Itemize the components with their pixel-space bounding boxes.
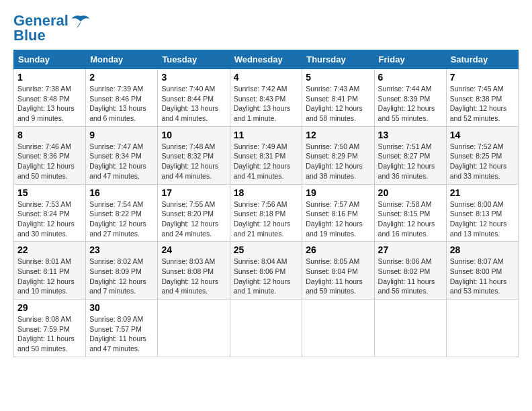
day-number: 8 — [17, 130, 82, 140]
day-number: 7 — [450, 72, 515, 83]
calendar-week-row: 22Sunrise: 8:01 AMSunset: 8:11 PMDayligh… — [14, 242, 519, 300]
calendar-cell: 8Sunrise: 7:46 AMSunset: 8:36 PMDaylight… — [14, 126, 86, 184]
day-number: 13 — [378, 130, 443, 140]
day-info: Sunrise: 7:58 AMSunset: 8:15 PMDaylight:… — [378, 199, 443, 239]
calendar-cell: 18Sunrise: 7:56 AMSunset: 8:18 PMDayligh… — [230, 184, 302, 242]
day-number: 20 — [378, 187, 443, 198]
day-info: Sunrise: 7:48 AMSunset: 8:32 PMDaylight:… — [161, 142, 226, 181]
weekday-header-friday: Friday — [374, 50, 446, 69]
day-number: 18 — [234, 187, 299, 198]
calendar-cell: 3Sunrise: 7:40 AMSunset: 8:44 PMDaylight… — [158, 69, 230, 127]
header: General Blue — [13, 13, 519, 43]
day-number: 16 — [89, 187, 154, 198]
calendar-cell — [158, 300, 230, 357]
calendar-table: SundayMondayTuesdayWednesdayThursdayFrid… — [13, 50, 519, 357]
day-number: 19 — [306, 187, 370, 198]
calendar-cell — [446, 300, 518, 357]
calendar-cell: 14Sunrise: 7:52 AMSunset: 8:25 PMDayligh… — [446, 126, 518, 184]
calendar-cell: 21Sunrise: 8:00 AMSunset: 8:13 PMDayligh… — [446, 184, 518, 242]
day-info: Sunrise: 7:47 AMSunset: 8:34 PMDaylight:… — [89, 142, 154, 181]
weekday-header-thursday: Thursday — [302, 50, 374, 69]
calendar-cell: 19Sunrise: 7:57 AMSunset: 8:16 PMDayligh… — [302, 184, 374, 242]
day-info: Sunrise: 7:45 AMSunset: 8:38 PMDaylight:… — [450, 84, 515, 124]
day-number: 23 — [89, 244, 154, 255]
calendar-cell: 29Sunrise: 8:08 AMSunset: 7:59 PMDayligh… — [14, 300, 86, 357]
calendar-cell: 4Sunrise: 7:42 AMSunset: 8:43 PMDaylight… — [230, 69, 302, 127]
day-info: Sunrise: 7:52 AMSunset: 8:25 PMDaylight:… — [450, 142, 515, 181]
day-number: 5 — [306, 72, 370, 83]
calendar-cell: 27Sunrise: 8:06 AMSunset: 8:02 PMDayligh… — [374, 242, 446, 300]
logo-text: General Blue — [13, 13, 69, 43]
day-info: Sunrise: 7:57 AMSunset: 8:16 PMDaylight:… — [306, 199, 370, 239]
calendar-week-row: 8Sunrise: 7:46 AMSunset: 8:36 PMDaylight… — [14, 126, 519, 184]
day-info: Sunrise: 7:42 AMSunset: 8:43 PMDaylight:… — [234, 84, 299, 124]
calendar-cell: 10Sunrise: 7:48 AMSunset: 8:32 PMDayligh… — [158, 126, 230, 184]
calendar-cell: 26Sunrise: 8:05 AMSunset: 8:04 PMDayligh… — [302, 242, 374, 300]
day-number: 15 — [17, 187, 82, 198]
calendar-cell: 24Sunrise: 8:03 AMSunset: 8:08 PMDayligh… — [158, 242, 230, 300]
day-info: Sunrise: 7:55 AMSunset: 8:20 PMDaylight:… — [161, 199, 226, 239]
day-info: Sunrise: 8:09 AMSunset: 7:57 PMDaylight:… — [89, 314, 154, 354]
day-info: Sunrise: 7:46 AMSunset: 8:36 PMDaylight:… — [17, 142, 82, 181]
calendar-cell: 20Sunrise: 7:58 AMSunset: 8:15 PMDayligh… — [374, 184, 446, 242]
day-number: 2 — [89, 72, 154, 83]
weekday-header-tuesday: Tuesday — [158, 50, 230, 69]
day-number: 24 — [161, 244, 226, 255]
day-info: Sunrise: 8:01 AMSunset: 8:11 PMDaylight:… — [17, 257, 82, 296]
day-info: Sunrise: 8:08 AMSunset: 7:59 PMDaylight:… — [17, 314, 82, 354]
calendar-cell: 2Sunrise: 7:39 AMSunset: 8:46 PMDaylight… — [86, 69, 158, 127]
calendar-cell: 25Sunrise: 8:04 AMSunset: 8:06 PMDayligh… — [230, 242, 302, 300]
calendar-cell: 5Sunrise: 7:43 AMSunset: 8:41 PMDaylight… — [302, 69, 374, 127]
day-info: Sunrise: 8:06 AMSunset: 8:02 PMDaylight:… — [378, 257, 443, 296]
calendar-cell: 9Sunrise: 7:47 AMSunset: 8:34 PMDaylight… — [86, 126, 158, 184]
calendar-cell: 22Sunrise: 8:01 AMSunset: 8:11 PMDayligh… — [14, 242, 86, 300]
day-info: Sunrise: 7:53 AMSunset: 8:24 PMDaylight:… — [17, 199, 82, 239]
calendar-week-row: 15Sunrise: 7:53 AMSunset: 8:24 PMDayligh… — [14, 184, 519, 242]
calendar-cell: 23Sunrise: 8:02 AMSunset: 8:09 PMDayligh… — [86, 242, 158, 300]
day-number: 12 — [306, 130, 370, 140]
day-info: Sunrise: 7:38 AMSunset: 8:48 PMDaylight:… — [17, 84, 82, 124]
day-number: 21 — [450, 187, 515, 198]
day-number: 22 — [17, 244, 82, 255]
day-info: Sunrise: 8:07 AMSunset: 8:00 PMDaylight:… — [450, 257, 515, 296]
day-info: Sunrise: 8:02 AMSunset: 8:09 PMDaylight:… — [89, 257, 154, 296]
calendar-cell: 28Sunrise: 8:07 AMSunset: 8:00 PMDayligh… — [446, 242, 518, 300]
calendar-cell: 12Sunrise: 7:50 AMSunset: 8:29 PMDayligh… — [302, 126, 374, 184]
day-number: 17 — [161, 187, 226, 198]
day-info: Sunrise: 7:43 AMSunset: 8:41 PMDaylight:… — [306, 84, 370, 124]
calendar-cell: 6Sunrise: 7:44 AMSunset: 8:39 PMDaylight… — [374, 69, 446, 127]
day-info: Sunrise: 8:04 AMSunset: 8:06 PMDaylight:… — [234, 257, 299, 296]
day-info: Sunrise: 7:49 AMSunset: 8:31 PMDaylight:… — [234, 142, 299, 181]
day-info: Sunrise: 7:40 AMSunset: 8:44 PMDaylight:… — [161, 84, 226, 124]
day-number: 29 — [17, 302, 82, 313]
calendar-week-row: 1Sunrise: 7:38 AMSunset: 8:48 PMDaylight… — [14, 69, 519, 127]
calendar-cell: 15Sunrise: 7:53 AMSunset: 8:24 PMDayligh… — [14, 184, 86, 242]
day-info: Sunrise: 7:44 AMSunset: 8:39 PMDaylight:… — [378, 84, 443, 124]
calendar-cell — [302, 300, 374, 357]
calendar-cell: 13Sunrise: 7:51 AMSunset: 8:27 PMDayligh… — [374, 126, 446, 184]
calendar-cell: 16Sunrise: 7:54 AMSunset: 8:22 PMDayligh… — [86, 184, 158, 242]
calendar-header-row: SundayMondayTuesdayWednesdayThursdayFrid… — [14, 50, 519, 69]
day-number: 30 — [89, 302, 154, 313]
weekday-header-monday: Monday — [86, 50, 158, 69]
calendar-cell: 11Sunrise: 7:49 AMSunset: 8:31 PMDayligh… — [230, 126, 302, 184]
weekday-header-sunday: Sunday — [14, 50, 86, 69]
day-info: Sunrise: 7:51 AMSunset: 8:27 PMDaylight:… — [378, 142, 443, 181]
day-number: 25 — [234, 244, 299, 255]
calendar-cell: 7Sunrise: 7:45 AMSunset: 8:38 PMDaylight… — [446, 69, 518, 127]
day-number: 27 — [378, 244, 443, 255]
logo-bird-icon — [71, 15, 90, 30]
day-info: Sunrise: 7:50 AMSunset: 8:29 PMDaylight:… — [306, 142, 370, 181]
calendar-cell: 1Sunrise: 7:38 AMSunset: 8:48 PMDaylight… — [14, 69, 86, 127]
day-number: 4 — [234, 72, 299, 83]
day-number: 1 — [17, 72, 82, 83]
day-number: 26 — [306, 244, 370, 255]
day-number: 11 — [234, 130, 299, 140]
calendar-cell: 30Sunrise: 8:09 AMSunset: 7:57 PMDayligh… — [86, 300, 158, 357]
day-number: 3 — [161, 72, 226, 83]
weekday-header-saturday: Saturday — [446, 50, 518, 69]
day-info: Sunrise: 7:54 AMSunset: 8:22 PMDaylight:… — [89, 199, 154, 239]
day-info: Sunrise: 8:05 AMSunset: 8:04 PMDaylight:… — [306, 257, 370, 296]
day-number: 6 — [378, 72, 443, 83]
day-info: Sunrise: 7:39 AMSunset: 8:46 PMDaylight:… — [89, 84, 154, 124]
